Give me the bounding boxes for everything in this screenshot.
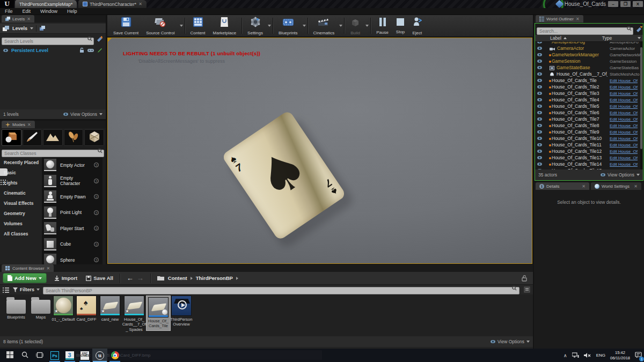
visibility-eye-icon[interactable] bbox=[537, 72, 542, 76]
edit-blueprint-link[interactable]: Edit House_Of bbox=[610, 136, 643, 141]
visibility-eye-icon[interactable] bbox=[537, 130, 542, 134]
asset-house-of-cards-tile[interactable]: House_Of_ Cards_Tile bbox=[146, 295, 171, 331]
doc-tab-1[interactable]: ThirdPersonExampleMap* bbox=[15, 0, 77, 8]
outliner-row[interactable]: House_Of_Cards_Tile2Edit House_Of bbox=[535, 84, 643, 90]
category-all-classes[interactable]: All Classes bbox=[0, 228, 42, 239]
edit-blueprint-link[interactable]: Edit House_Of bbox=[610, 104, 643, 109]
asset-01-default[interactable]: ★01_-_Default bbox=[51, 295, 76, 322]
cb-search-input[interactable] bbox=[43, 287, 519, 294]
tab-world-outliner[interactable]: World Outliner✕ bbox=[536, 15, 583, 23]
mode-tab-paint[interactable] bbox=[23, 129, 42, 146]
close-icon[interactable]: ✕ bbox=[582, 184, 586, 189]
visibility-eye-icon[interactable] bbox=[537, 124, 542, 127]
taskbar-photoshop[interactable]: Ps bbox=[47, 349, 62, 362]
stop-button[interactable]: Stop bbox=[392, 16, 408, 36]
cb-view-options[interactable]: View Options bbox=[491, 339, 530, 344]
breadcrumb-thirdpersonbp[interactable]: ThirdPersonBP bbox=[196, 275, 233, 281]
back-arrow-icon[interactable]: ← bbox=[127, 274, 134, 282]
edit-blueprint-link[interactable]: Edit House_Of bbox=[610, 91, 643, 96]
asset-maps[interactable]: Maps bbox=[28, 295, 53, 320]
visibility-eye-icon[interactable] bbox=[537, 60, 542, 63]
notification-center[interactable]: 1 bbox=[635, 351, 642, 360]
edit-blueprint-link[interactable]: Edit House_Of bbox=[610, 123, 643, 128]
taskbar-epic[interactable]: EPICGAMES bbox=[77, 349, 92, 362]
outliner-row[interactable]: House_Of_Cards_Tile14Edit House_Of bbox=[535, 161, 643, 167]
add-new-button[interactable]: Add New bbox=[3, 273, 47, 283]
visibility-eye-icon[interactable] bbox=[3, 49, 8, 52]
tab-world-settings[interactable]: World Settings✕ bbox=[591, 182, 641, 190]
import-button[interactable]: Import bbox=[54, 275, 78, 281]
menu-help[interactable]: Help bbox=[67, 9, 77, 14]
edit-blueprint-link[interactable]: Edit House_Of bbox=[610, 85, 643, 90]
visibility-eye-icon[interactable] bbox=[537, 137, 542, 140]
edit-pencil-icon[interactable] bbox=[97, 48, 103, 53]
outliner-row[interactable]: House_Of_Cards_Tile10Edit House_Of bbox=[535, 135, 643, 142]
network-icon[interactable] bbox=[572, 352, 579, 358]
build-button[interactable]: Build bbox=[346, 16, 364, 36]
visibility-eye-icon[interactable] bbox=[537, 42, 542, 43]
sources-toggle-icon[interactable] bbox=[3, 287, 10, 293]
close-icon[interactable]: ✕ bbox=[634, 184, 638, 189]
visibility-eye-icon[interactable] bbox=[537, 162, 542, 166]
outliner-row[interactable]: House_Of_Cards_Tile5Edit House_Of bbox=[535, 103, 643, 109]
chevron-down-icon[interactable] bbox=[303, 25, 306, 27]
edit-blueprint-link[interactable]: Edit House_Of bbox=[610, 117, 643, 122]
outliner-row[interactable]: House_Of_Cards_Tile13Edit House_Of bbox=[535, 154, 643, 161]
asset-blueprints[interactable]: Blueprints bbox=[4, 295, 28, 320]
outliner-row[interactable]: House_Of_Cards_Tile4Edit House_Of bbox=[535, 97, 643, 103]
edit-blueprint-link[interactable]: Edit House_Of bbox=[610, 130, 643, 135]
place-item-empty-pawn[interactable]: Empty Pawn? bbox=[42, 189, 103, 205]
mode-tab-foliage[interactable] bbox=[64, 129, 84, 146]
visibility-eye-icon[interactable] bbox=[537, 117, 542, 121]
outliner-row[interactable]: House_Of_Cards_Tile3Edit House_Of bbox=[535, 90, 643, 97]
outliner-row[interactable]: House_Of_Cards__7_Of_SpaStaticMeshActo bbox=[535, 71, 643, 77]
close-icon[interactable]: ✕ bbox=[138, 2, 142, 6]
mode-tab-geometry[interactable] bbox=[84, 129, 104, 146]
outliner-row[interactable]: House_Of_Cards_Tile12Edit House_Of bbox=[535, 148, 643, 154]
place-item-empty-character[interactable]: Empty Character? bbox=[42, 173, 103, 189]
asset-thirdperson-overview[interactable]: ThirdPerson Overview bbox=[169, 295, 194, 327]
levels-dropdown[interactable]: Levels bbox=[12, 26, 27, 31]
forward-arrow-icon[interactable]: → bbox=[137, 274, 144, 282]
outliner-column-headers[interactable]: Label Type bbox=[535, 35, 643, 42]
breadcrumb-sep-icon[interactable] bbox=[236, 277, 238, 280]
cinematics-button[interactable]: Cinematics bbox=[310, 16, 339, 36]
persistent-level-row[interactable]: Persistent Level bbox=[0, 46, 106, 54]
modes-search[interactable] bbox=[2, 147, 104, 157]
menu-edit[interactable]: Edit bbox=[23, 9, 31, 14]
doc-tab-2[interactable]: ThirdPersonCharacter*✕ bbox=[78, 0, 147, 8]
place-item-cube[interactable]: Cube? bbox=[42, 237, 103, 253]
outliner-row[interactable]: House_Of_Cards_TileEdit House_Of bbox=[535, 77, 643, 84]
filters-button[interactable]: Filters bbox=[13, 287, 40, 292]
add-actor-icon[interactable] bbox=[636, 26, 642, 33]
visibility-eye-icon[interactable] bbox=[537, 85, 542, 88]
taskbar-3dsmax[interactable]: 3 bbox=[62, 349, 77, 362]
content-button[interactable]: Content bbox=[187, 16, 209, 36]
visibility-eye-icon[interactable] bbox=[537, 150, 542, 153]
outliner-row[interactable]: House_Of_Cards_Tile9Edit House_Of bbox=[535, 129, 643, 135]
gamepad-icon[interactable] bbox=[87, 48, 94, 53]
outliner-view-options[interactable]: View Options bbox=[601, 172, 640, 178]
outliner-row[interactable]: House_Of_Cards_Tile11Edit House_Of bbox=[535, 142, 643, 148]
place-item-empty-actor[interactable]: Empty Actor? bbox=[42, 157, 103, 173]
source-control-button[interactable]: Source Control bbox=[142, 16, 178, 36]
taskbar-search[interactable] bbox=[17, 349, 32, 362]
unlock-icon[interactable] bbox=[522, 275, 527, 282]
mode-tab-place[interactable] bbox=[2, 129, 21, 146]
save-all-button[interactable]: Save All bbox=[86, 275, 113, 281]
mode-tab-landscape[interactable] bbox=[43, 129, 63, 146]
visibility-eye-icon[interactable] bbox=[537, 53, 542, 56]
tray-chevron-icon[interactable]: ∧ bbox=[564, 353, 567, 358]
chevron-down-icon[interactable] bbox=[365, 25, 369, 27]
chevron-down-icon[interactable] bbox=[339, 25, 342, 27]
type-filter-icon[interactable] bbox=[638, 37, 641, 39]
tab-modes[interactable]: Modes✕ bbox=[2, 121, 35, 128]
category-lights[interactable]: Lights bbox=[0, 178, 42, 188]
taskbar-unreal[interactable]: u bbox=[92, 349, 107, 362]
playing-card-7-of-spades[interactable]: ♠ ♠7 ♠7 bbox=[221, 110, 346, 241]
outliner-row[interactable]: House_Of_Cards_Tile8Edit House_Of bbox=[535, 122, 643, 129]
visibility-eye-icon[interactable] bbox=[537, 79, 542, 82]
visibility-eye-icon[interactable] bbox=[537, 111, 542, 114]
outliner-row[interactable]: House_Of_Cards_Tile6Edit House_Of bbox=[535, 109, 643, 116]
category-visual-effects[interactable]: Visual Effects bbox=[0, 198, 42, 208]
